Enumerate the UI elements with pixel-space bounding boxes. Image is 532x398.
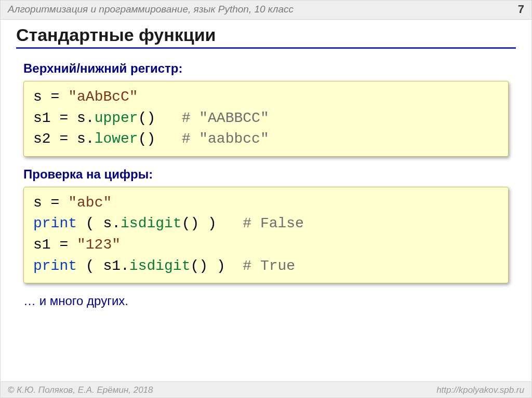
code-text: s = bbox=[33, 89, 68, 105]
label-digits: Проверка на цифры: bbox=[23, 167, 509, 182]
label-case: Верхний/нижний регистр: bbox=[23, 61, 509, 76]
slide: Алгоритмизация и программирование, язык … bbox=[0, 0, 532, 398]
code-text: () bbox=[138, 110, 182, 126]
content: Верхний/нижний регистр: s = "aAbBcC" s1 … bbox=[1, 51, 531, 308]
code-method: lower bbox=[95, 131, 138, 147]
subject-text: Алгоритмизация и программирование, язык … bbox=[8, 4, 294, 15]
code-line: s2 = s.lower() # "aabbcc" bbox=[33, 129, 499, 150]
code-keyword: print bbox=[33, 215, 77, 231]
code-text: s1 = bbox=[33, 237, 77, 253]
code-comment: # True bbox=[243, 258, 295, 274]
copyright-text: © К.Ю. Поляков, Е.А. Ерёмин, 2018 bbox=[8, 385, 153, 395]
code-method: isdigit bbox=[129, 258, 191, 274]
code-line: s1 = s.upper() # "AABBCC" bbox=[33, 108, 499, 129]
code-line: s = "aAbBcC" bbox=[33, 87, 499, 108]
code-string: "aAbBcC" bbox=[68, 89, 138, 105]
topbar: Алгоритмизация и программирование, язык … bbox=[1, 1, 531, 20]
code-comment: # "AABBCC" bbox=[182, 110, 269, 126]
page-number: 7 bbox=[518, 3, 524, 16]
code-comment: # "aabbcc" bbox=[182, 131, 269, 147]
code-method: upper bbox=[95, 110, 138, 126]
code-text: () ) bbox=[182, 215, 243, 231]
code-comment: # False bbox=[243, 215, 304, 231]
code-line: print ( s.isdigit() ) # False bbox=[33, 213, 499, 235]
code-text: s1 = s. bbox=[33, 110, 95, 126]
code-line: s = "abc" bbox=[33, 193, 499, 214]
code-text: () bbox=[138, 131, 182, 147]
code-line: s1 = "123" bbox=[33, 235, 499, 256]
code-text: s = bbox=[33, 195, 68, 211]
code-method: isdigit bbox=[121, 215, 182, 231]
footer-url: http://kpolyakov.spb.ru bbox=[436, 385, 524, 395]
code-string: "123" bbox=[77, 237, 121, 253]
code-keyword: print bbox=[33, 258, 77, 274]
code-string: "abc" bbox=[68, 195, 112, 211]
code-text: () ) bbox=[190, 258, 243, 274]
codebox-digits: s = "abc" print ( s.isdigit() ) # False … bbox=[23, 187, 509, 283]
note-text: … и много других. bbox=[23, 294, 509, 308]
code-text: ( s1. bbox=[77, 258, 129, 274]
codebox-case: s = "aAbBcC" s1 = s.upper() # "AABBCC" s… bbox=[23, 81, 509, 157]
footer: © К.Ю. Поляков, Е.А. Ерёмин, 2018 http:/… bbox=[1, 381, 531, 397]
code-text: ( s. bbox=[77, 215, 121, 231]
code-text: s2 = s. bbox=[33, 131, 95, 147]
page-title: Стандартные функции bbox=[16, 25, 516, 49]
code-line: print ( s1.isdigit() ) # True bbox=[33, 256, 499, 277]
